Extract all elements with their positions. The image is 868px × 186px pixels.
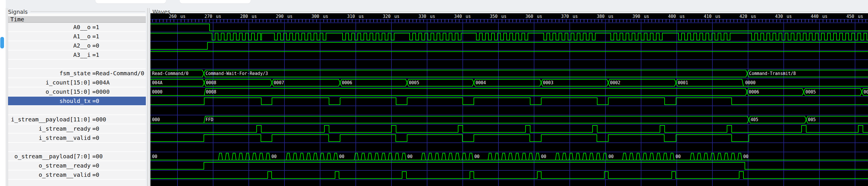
ruler-unit-label: us (394, 14, 400, 19)
signals-frame-border (30, 11, 145, 12)
bus-value-label: 0000 (745, 80, 755, 85)
bus-value-label: 0001 (678, 80, 688, 85)
signal-row-o_stream__payload[7:0][interactable]: o_stream__payload[7:0]=00 (8, 152, 146, 161)
signal-name: A0__o (9, 23, 91, 31)
signal-name: A3__i (9, 50, 91, 59)
signal-name: fsm_state (9, 69, 91, 78)
bus-value-label: 005 (808, 117, 816, 122)
ruler-unit-label: us (252, 14, 257, 19)
signal-row-blank[interactable] (8, 60, 146, 69)
ruler-time-label: 440 (811, 14, 818, 19)
ruler-unit-label: us (359, 14, 364, 19)
signal-row-should_tx[interactable]: should_tx=0 (8, 97, 146, 106)
panel-splitter[interactable] (146, 8, 150, 186)
ruler-time-label: 350 (490, 14, 498, 19)
signal-row-A3__i[interactable]: A3__i=1 (8, 50, 146, 60)
bus-value-label: 0005 (409, 80, 419, 85)
waves-panel: 260us270us280us290us300us310us320us330us… (150, 13, 868, 186)
bus-value-label: 0007 (274, 80, 284, 85)
bus-value-label: 00 (152, 154, 157, 159)
signals-scrollbar-thumb[interactable] (0, 37, 4, 49)
signals-panel-border (6, 8, 6, 186)
signal-name: A1__o (9, 32, 91, 41)
ruler-unit-label: us (180, 14, 186, 19)
signal-row-A0__o[interactable]: A0__o=1 (8, 23, 146, 32)
ruler-unit-label: us (572, 14, 578, 19)
signal-value: =004A (92, 78, 110, 87)
wave-canvas[interactable]: 260us270us280us290us300us310us320us330us… (150, 13, 868, 186)
ruler-time-label: 330 (418, 14, 426, 19)
bus-value-label: 0006 (749, 89, 759, 95)
waves-frame-label: Waves (152, 9, 170, 15)
ruler-time-label: 400 (668, 14, 676, 19)
signal-value: =0 (92, 124, 99, 133)
bus-value-label: 004A (152, 80, 162, 85)
ruler-time-label: 390 (632, 14, 640, 19)
signal-name: o_count[15:0] (9, 87, 91, 96)
bus-value-label: 0003 (543, 80, 553, 85)
bus-value-label: 00 (272, 154, 277, 159)
bus-value-label: 00 (541, 154, 546, 159)
signal-row-i_stream__valid[interactable]: i_stream__valid=0 (8, 134, 146, 143)
signals-frame-label: Signals (8, 9, 28, 15)
ruler-time-label: 450 (846, 14, 854, 19)
signal-row-o_stream__ready[interactable]: o_stream__ready=0 (8, 161, 146, 170)
signal-value: =00 (92, 152, 103, 161)
signal-value: =0 (92, 161, 99, 170)
bus-value-label: Read-Command/0 (152, 71, 188, 76)
signal-row-o_count[15:0][interactable]: o_count[15:0]=0000 (8, 87, 146, 97)
ruler-time-label: 430 (775, 14, 783, 19)
ruler-unit-label: us (858, 14, 863, 19)
waves-frame-border (171, 11, 866, 12)
signal-row-A1__o[interactable]: A1__o=1 (8, 32, 146, 41)
ruler-unit-label: us (323, 14, 328, 19)
signal-value: =0000 (92, 87, 110, 96)
bus-value-label: Command-Wait-For-Ready/3 (206, 71, 268, 76)
window-remnant-box (95, 0, 166, 3)
signal-name: i_count[15:0] (9, 78, 91, 87)
ruler-unit-label: us (822, 14, 828, 19)
bus-value-label: 0000 (152, 89, 162, 95)
signal-row-blank[interactable] (8, 106, 146, 115)
signal-value: =1 (92, 32, 99, 41)
ruler-unit-label: us (430, 14, 435, 19)
ruler-time-label: 370 (561, 14, 569, 19)
signal-row-o_stream__valid[interactable]: o_stream__valid=0 (8, 170, 146, 180)
signal-row-A2__o[interactable]: A2__o=0 (8, 41, 146, 50)
signal-row-i_count[15:0][interactable]: i_count[15:0]=004A (8, 78, 146, 87)
bus-value-label: Command-Transmit/8 (749, 71, 796, 76)
signal-value: =1 (92, 23, 99, 31)
ruler-unit-label: us (501, 14, 506, 19)
signal-value: =0 (92, 170, 99, 179)
bus-value-label: 00 (676, 154, 681, 159)
ruler-time-label: 280 (240, 14, 248, 19)
signals-panel: Time A0__o=1A1__o=1A2__o=0A3__i=1fsm_sta… (8, 13, 146, 186)
signal-value: =000 (92, 115, 106, 124)
ruler-time-label: 320 (383, 14, 391, 19)
signal-name: o_stream__ready (9, 161, 91, 170)
signal-value: =Read-Command/0 (92, 69, 144, 78)
bus-value-label: 0008 (206, 89, 216, 95)
signal-row-i_stream__payload[11:0][interactable]: i_stream__payload[11:0]=000 (8, 115, 146, 124)
bus-value-label: FFD (206, 117, 213, 122)
ruler-time-label: 340 (454, 14, 462, 19)
bus-value-label: 00 (474, 154, 479, 159)
ruler-unit-label: us (715, 14, 720, 19)
ruler-time-label: 410 (704, 14, 712, 19)
window-remnant-box (180, 0, 250, 3)
ruler-time-label: 270 (205, 14, 212, 19)
ruler-unit-label: us (751, 14, 756, 19)
signal-name: o_stream__valid (9, 170, 91, 179)
ruler-time-label: 300 (311, 14, 319, 19)
signal-row-fsm_state[interactable]: fsm_state=Read-Command/0 (8, 69, 146, 78)
ruler-unit-label: us (287, 14, 292, 19)
time-column-header[interactable]: Time (8, 16, 146, 23)
bus-value-label: 00 (407, 154, 412, 159)
signal-value: =1 (92, 50, 99, 59)
signal-row-blank[interactable] (8, 143, 146, 152)
signal-row-i_stream__ready[interactable]: i_stream__ready=0 (8, 124, 146, 134)
signal-name: o_stream__payload[7:0] (9, 152, 91, 161)
bus-value-label: 000 (152, 117, 160, 122)
ruler-unit-label: us (644, 14, 649, 19)
signal-value: =0 (92, 97, 99, 105)
